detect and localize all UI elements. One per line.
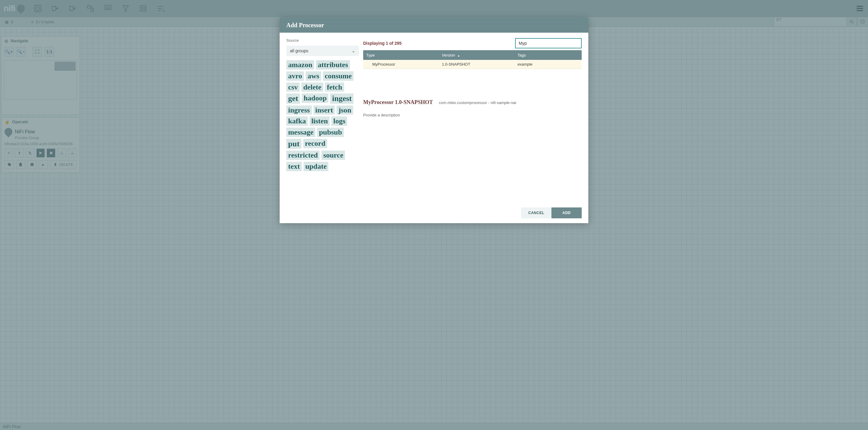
- table-row[interactable]: MyProcessor1.0-SNAPSHOTexample: [363, 60, 582, 69]
- add-processor-dialog: Add Processor Source all groups ⌄ amazon…: [280, 18, 588, 223]
- tag-update[interactable]: update: [304, 162, 329, 171]
- tag-delete[interactable]: delete: [302, 82, 323, 92]
- tag-attributes[interactable]: attributes: [316, 60, 350, 70]
- tag-fetch[interactable]: fetch: [325, 82, 344, 92]
- details-description: Provide a description: [363, 113, 582, 117]
- dialog-title: Add Processor: [280, 18, 588, 33]
- tag-logs[interactable]: logs: [332, 117, 347, 126]
- header-version[interactable]: Version ▲: [439, 53, 515, 58]
- chevron-down-icon: ⌄: [352, 48, 355, 53]
- tag-put[interactable]: put: [286, 139, 302, 149]
- header-type[interactable]: Type: [363, 53, 439, 58]
- tag-message[interactable]: message: [286, 128, 315, 137]
- source-select[interactable]: all groups ⌄: [286, 46, 359, 56]
- header-tags[interactable]: Tags: [515, 53, 582, 58]
- tag-consume[interactable]: consume: [323, 71, 353, 81]
- cell-version: 1.0-SNAPSHOT: [439, 62, 515, 67]
- cancel-button[interactable]: CANCEL: [521, 207, 551, 218]
- details-title: MyProcessor 1.0-SNAPSHOT: [363, 99, 433, 105]
- display-count: Displaying 1 of 295: [363, 41, 402, 46]
- table-body: MyProcessor1.0-SNAPSHOTexample: [363, 60, 582, 69]
- filter-input[interactable]: [515, 38, 582, 48]
- tag-csv[interactable]: csv: [286, 82, 300, 92]
- source-label: Source: [286, 38, 359, 43]
- table-header: Type Version ▲ Tags: [363, 50, 582, 60]
- tag-insert[interactable]: insert: [314, 105, 335, 115]
- tag-cloud: amazonattributesavroawsconsumecsvdeletef…: [286, 60, 359, 171]
- tag-listen[interactable]: listen: [310, 117, 330, 126]
- tag-source[interactable]: source: [321, 151, 345, 160]
- tag-aws[interactable]: aws: [306, 71, 321, 81]
- tag-kafka[interactable]: kafka: [286, 117, 308, 126]
- tag-ingest[interactable]: ingest: [330, 93, 353, 103]
- tag-text[interactable]: text: [286, 162, 302, 171]
- header-version-text: Version: [442, 53, 455, 58]
- tag-restricted[interactable]: restricted: [286, 151, 319, 160]
- tag-amazon[interactable]: amazon: [286, 60, 314, 70]
- tag-ingress[interactable]: ingress: [286, 105, 312, 115]
- source-selected: all groups: [290, 48, 308, 53]
- tag-avro[interactable]: avro: [286, 71, 304, 81]
- modal-overlay: Add Processor Source all groups ⌄ amazon…: [0, 0, 868, 430]
- add-button[interactable]: ADD: [551, 207, 582, 218]
- cell-type: MyProcessor: [363, 62, 439, 67]
- sort-asc-icon: ▲: [457, 54, 460, 57]
- tag-json[interactable]: json: [337, 105, 353, 115]
- details-nar: com.mbio.customprocessor - nifi-sample-n…: [439, 100, 516, 105]
- tag-get[interactable]: get: [286, 93, 300, 103]
- tag-record[interactable]: record: [303, 139, 328, 148]
- tag-hadoop[interactable]: hadoop: [302, 93, 329, 103]
- cell-tags: example: [515, 62, 582, 67]
- tag-pubsub[interactable]: pubsub: [317, 128, 344, 137]
